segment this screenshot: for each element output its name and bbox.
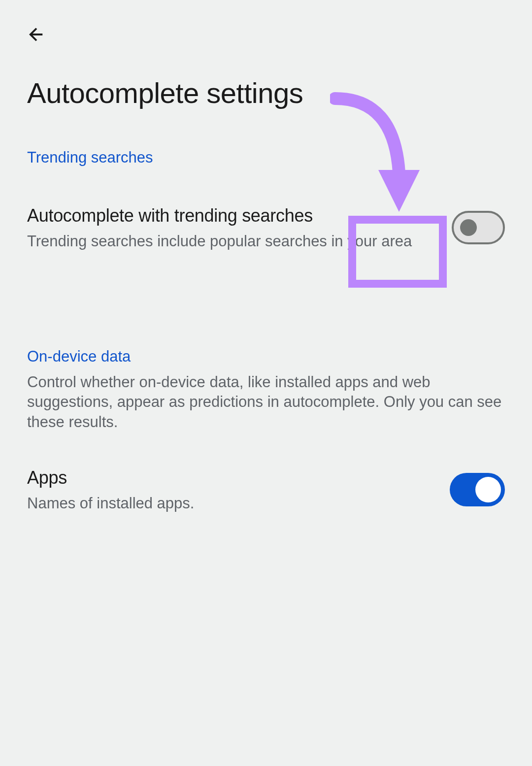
toggle-knob	[475, 477, 501, 502]
back-button[interactable]	[25, 24, 48, 47]
section-desc-ondevice: Control whether on-device data, like ins…	[27, 372, 505, 432]
toggle-trending-autocomplete[interactable]	[452, 211, 505, 244]
setting-row-trending-autocomplete[interactable]: Autocomplete with trending searches Tren…	[27, 204, 505, 251]
section-header-trending: Trending searches	[27, 149, 153, 167]
page-title: Autocomplete settings	[27, 76, 303, 109]
arrow-left-icon	[26, 24, 47, 47]
setting-desc-trending: Trending searches include popular search…	[27, 231, 422, 252]
setting-row-apps[interactable]: Apps Names of installed apps.	[27, 466, 505, 513]
setting-title-trending: Autocomplete with trending searches	[27, 204, 422, 228]
toggle-knob	[460, 219, 477, 236]
setting-desc-apps: Names of installed apps.	[27, 493, 450, 514]
setting-title-apps: Apps	[27, 466, 450, 490]
annotation-arrow-icon	[330, 89, 429, 217]
toggle-apps[interactable]	[450, 473, 505, 506]
section-header-ondevice: On-device data	[27, 348, 131, 366]
